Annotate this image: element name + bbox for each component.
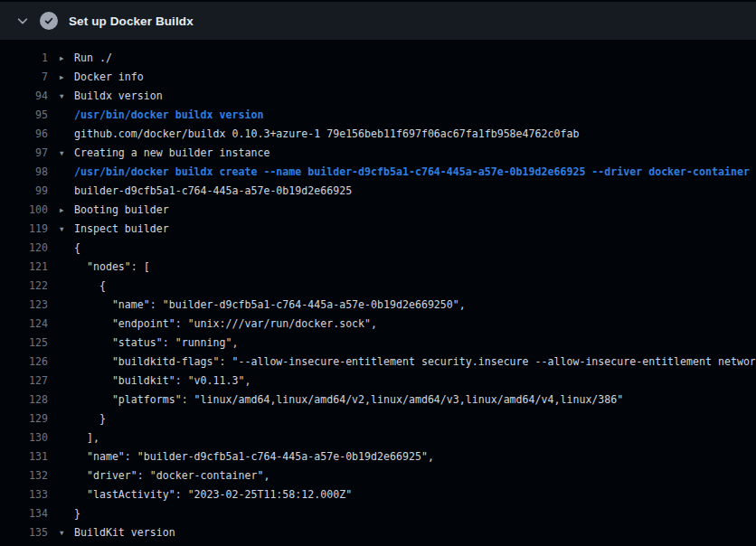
line-number[interactable]: 130 — [0, 428, 48, 447]
command-text: /usr/bin/docker buildx version — [74, 106, 263, 125]
log-line: 133 "lastActivity": "2023-02-25T11:58:12… — [0, 485, 756, 504]
log-line: 126 "buildkitd-flags": "--allow-insecure… — [0, 353, 756, 372]
log-group-line[interactable]: 7▶Docker info — [0, 68, 756, 87]
line-number[interactable]: 133 — [0, 485, 48, 504]
output-text: } — [74, 504, 80, 523]
log-line: 127 "buildkit": "v0.11.3", — [0, 372, 756, 391]
log-line: 128 "platforms": "linux/amd64,linux/amd6… — [0, 391, 756, 410]
line-number[interactable]: 96 — [0, 125, 48, 144]
line-number[interactable]: 119 — [0, 220, 48, 239]
line-number[interactable]: 122 — [0, 277, 48, 296]
output-text: "name": "builder-d9cfb5a1-c764-445a-a57e… — [74, 296, 466, 315]
output-text: "platforms": "linux/amd64,linux/amd64/v2… — [74, 391, 623, 410]
output-text: "buildkitd-flags": "--allow-insecure-ent… — [74, 353, 756, 372]
output-text: builder-d9cfb5a1-c764-445a-a57e-0b19d2e6… — [74, 542, 415, 546]
output-text: "nodes": [ — [74, 258, 150, 277]
line-number[interactable]: 98 — [0, 163, 48, 182]
group-title: Creating a new builder instance — [74, 144, 269, 163]
log-group-line[interactable]: 94▼Buildx version — [0, 87, 756, 106]
line-number[interactable]: 131 — [0, 447, 48, 466]
output-text: ], — [74, 428, 99, 447]
line-number[interactable]: 95 — [0, 106, 48, 125]
line-number[interactable]: 126 — [0, 353, 48, 372]
line-number[interactable]: 129 — [0, 410, 48, 428]
line-number[interactable]: 100 — [0, 201, 48, 220]
line-number[interactable]: 97 — [0, 144, 48, 163]
line-number[interactable]: 120 — [0, 239, 48, 258]
chevron-right-icon[interactable]: ▶ — [60, 68, 74, 87]
log-line: 136builder-d9cfb5a1-c764-445a-a57e-0b19d… — [0, 542, 756, 546]
group-title: Inspect builder — [74, 220, 169, 239]
chevron-down-icon[interactable]: ▼ — [60, 523, 74, 542]
output-text: "lastActivity": "2023-02-25T11:58:12.000… — [74, 485, 352, 504]
log-group-line[interactable]: 100▶Booting builder — [0, 201, 756, 220]
line-number[interactable]: 128 — [0, 391, 48, 410]
line-number[interactable]: 121 — [0, 258, 48, 277]
log-group-line[interactable]: 1▶Run ./ — [0, 49, 756, 68]
line-number[interactable]: 7 — [0, 68, 48, 87]
chevron-down-icon[interactable]: ▼ — [60, 220, 74, 239]
log-group-line[interactable]: 119▼Inspect builder — [0, 220, 756, 239]
line-number[interactable]: 125 — [0, 334, 48, 353]
line-number[interactable]: 94 — [0, 87, 48, 106]
log-line: 132 "driver": "docker-container", — [0, 466, 756, 485]
group-title: Run ./ — [74, 49, 112, 68]
chevron-right-icon[interactable]: ▶ — [60, 49, 74, 68]
output-text: "name": "builder-d9cfb5a1-c764-445a-a57e… — [74, 447, 434, 466]
log-line: 131 "name": "builder-d9cfb5a1-c764-445a-… — [0, 447, 756, 466]
chevron-right-icon[interactable]: ▶ — [60, 201, 74, 220]
command-text: /usr/bin/docker buildx create --name bui… — [74, 163, 750, 182]
step-header[interactable]: Set up Docker Buildx — [0, 2, 756, 40]
line-number[interactable]: 132 — [0, 466, 48, 485]
log-line: 95/usr/bin/docker buildx version — [0, 106, 756, 125]
output-text: "buildkit": "v0.11.3", — [74, 372, 250, 391]
group-title: Buildx version — [74, 87, 163, 106]
line-number[interactable]: 124 — [0, 315, 48, 334]
output-text: builder-d9cfb5a1-c764-445a-a57e-0b19d2e6… — [74, 182, 352, 201]
output-text: } — [74, 410, 106, 428]
line-number[interactable]: 99 — [0, 182, 48, 201]
group-title: Booting builder — [74, 201, 169, 220]
log-line: 130 ], — [0, 428, 756, 447]
log-line: 134} — [0, 504, 756, 523]
output-text: { — [74, 239, 80, 258]
log-line: 120{ — [0, 239, 756, 258]
output-text: "driver": "docker-container", — [74, 466, 269, 485]
log-line: 123 "name": "builder-d9cfb5a1-c764-445a-… — [0, 296, 756, 315]
log-line: 125 "status": "running", — [0, 334, 756, 353]
line-number[interactable]: 1 — [0, 49, 48, 68]
output-text: "status": "running", — [74, 334, 238, 353]
output-text: github.com/docker/buildx 0.10.3+azure-1 … — [74, 125, 579, 144]
log-line: 98/usr/bin/docker buildx create --name b… — [0, 163, 756, 182]
line-number[interactable]: 136 — [0, 542, 48, 546]
line-number[interactable]: 123 — [0, 296, 48, 315]
log-group-line[interactable]: 97▼Creating a new builder instance — [0, 144, 756, 163]
step-title: Set up Docker Buildx — [69, 14, 194, 28]
check-circle-icon — [40, 12, 58, 30]
line-number[interactable]: 127 — [0, 372, 48, 391]
group-title: Docker info — [74, 68, 144, 87]
log-lines: 1▶Run ./7▶Docker info94▼Buildx version95… — [0, 40, 756, 546]
line-number[interactable]: 134 — [0, 504, 48, 523]
line-number[interactable]: 135 — [0, 523, 48, 542]
group-title: BuildKit version — [74, 523, 175, 542]
log-line: 121 "nodes": [ — [0, 258, 756, 277]
output-text: { — [74, 277, 106, 296]
log-line: 124 "endpoint": "unix:///var/run/docker.… — [0, 315, 756, 334]
chevron-down-icon[interactable]: ▼ — [60, 144, 74, 163]
chevron-down-icon[interactable] — [14, 13, 31, 29]
log-line: 122 { — [0, 277, 756, 296]
log-line: 99builder-d9cfb5a1-c764-445a-a57e-0b19d2… — [0, 182, 756, 201]
chevron-down-icon[interactable]: ▼ — [60, 87, 74, 106]
log-line: 96github.com/docker/buildx 0.10.3+azure-… — [0, 125, 756, 144]
log-group-line[interactable]: 135▼BuildKit version — [0, 523, 756, 542]
output-text: "endpoint": "unix:///var/run/docker.sock… — [74, 315, 377, 334]
log-line: 129 } — [0, 410, 756, 428]
